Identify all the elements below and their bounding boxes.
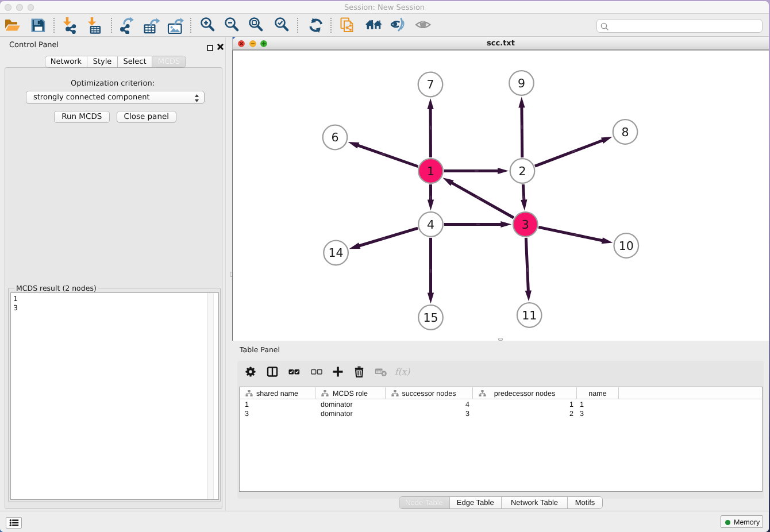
horizontal-split-grabber[interactable] (498, 338, 503, 341)
network-window-titlebar: scc.txt (232, 37, 769, 50)
table-settings-icon[interactable] (244, 365, 257, 378)
tab-label: Edge Table (457, 498, 494, 507)
table-cell: 3 (386, 409, 469, 419)
table-cell: 3 (580, 409, 619, 419)
mcds-result-text[interactable]: 1 3 (10, 292, 219, 500)
export-network-icon[interactable] (120, 17, 137, 34)
zoom-out-icon[interactable] (224, 17, 241, 34)
table-container: f(x) shared name MCDS role successor nod… (237, 361, 764, 499)
application-window: Session: New Session (0, 1, 769, 532)
svg-text:15: 15 (423, 311, 438, 325)
delete-column-icon[interactable] (353, 365, 365, 378)
task-history-button[interactable] (6, 517, 22, 529)
close-panel-button[interactable]: Close panel (117, 111, 176, 123)
control-panel-tabs: NetworkStyleSelectMCDS (45, 56, 186, 68)
new-network-from-selection-icon[interactable] (339, 17, 356, 34)
table-cell: 1 (245, 400, 315, 410)
hide-selected-icon[interactable] (390, 17, 407, 34)
tab-style[interactable]: Style (87, 56, 118, 67)
run-mcds-button[interactable]: Run MCDS (54, 111, 110, 123)
network-view-window: scc.txt 1234678910111415 (232, 37, 769, 341)
svg-text:1: 1 (427, 164, 434, 178)
deselect-all-icon[interactable] (310, 365, 323, 378)
result-scrollbar[interactable] (207, 293, 214, 499)
tab-network[interactable]: Network (45, 56, 87, 67)
tab-label: Network Table (511, 498, 558, 507)
table-row[interactable]: 1dominator411 (240, 400, 762, 410)
tab-label: Style (93, 57, 112, 66)
svg-text:f(x): f(x) (395, 367, 411, 377)
svg-text:10: 10 (619, 239, 634, 253)
export-image-icon[interactable] (167, 17, 184, 34)
column-header-label: shared name (240, 390, 315, 398)
control-panel-title: Control Panel (9, 41, 59, 49)
float-panel-icon[interactable] (207, 43, 213, 49)
table-panel: Table Panel f(x) shared name MCDS role (232, 343, 769, 511)
tab-label: MCDS (158, 57, 180, 66)
first-neighbors-icon[interactable] (365, 17, 383, 34)
open-session-icon[interactable] (4, 17, 21, 34)
search-input[interactable] (596, 19, 763, 33)
status-bar: Memory (0, 511, 769, 532)
memory-button[interactable]: Memory (721, 515, 763, 528)
refresh-icon[interactable] (307, 17, 325, 34)
tab-edge-table[interactable]: Edge Table (450, 497, 502, 508)
svg-text:7: 7 (426, 78, 434, 91)
tab-label: Motifs (575, 498, 595, 507)
close-panel-icon[interactable] (217, 42, 224, 49)
zoom-fit-icon[interactable] (248, 17, 265, 34)
delete-table-icon[interactable] (375, 365, 387, 378)
add-column-icon[interactable] (332, 365, 344, 378)
table-cell: 1 (580, 400, 619, 410)
import-table-icon[interactable] (87, 17, 104, 34)
split-view-icon[interactable] (266, 365, 279, 378)
svg-text:4: 4 (427, 218, 434, 232)
column-header-label: MCDS role (315, 390, 385, 398)
save-session-icon[interactable] (29, 17, 47, 34)
table-header-row: shared name MCDS role successor nodes pr… (240, 387, 762, 399)
tab-mcds[interactable]: MCDS (152, 56, 186, 67)
toolbar-separator (111, 18, 112, 33)
toolbar-separator (297, 18, 298, 33)
function-builder-icon[interactable]: f(x) (394, 365, 407, 378)
export-table-icon[interactable] (144, 17, 161, 34)
svg-text:14: 14 (329, 246, 344, 260)
titlebar: Session: New Session (0, 1, 769, 14)
network-canvas[interactable]: 1234678910111415 (232, 50, 769, 341)
table-row[interactable]: 3dominator323 (240, 409, 762, 419)
tab-label: Network (51, 57, 82, 66)
column-header-name[interactable]: name (577, 387, 619, 399)
table-cell: dominator (321, 409, 386, 419)
node-table[interactable]: shared name MCDS role successor nodes pr… (239, 387, 763, 492)
column-header-label: successor nodes (386, 390, 472, 398)
column-header-label: predecessor nodes (473, 390, 576, 398)
zoom-selected-icon[interactable] (274, 17, 291, 34)
window-title: Session: New Session (0, 3, 769, 12)
zoom-in-icon[interactable] (200, 17, 217, 34)
svg-text:8: 8 (621, 125, 629, 139)
memory-label: Memory (734, 518, 760, 526)
tab-select[interactable]: Select (118, 56, 152, 67)
svg-text:6: 6 (331, 130, 338, 144)
table-panel-tabs: Node TableEdge TableNetwork TableMotifs (399, 496, 603, 509)
column-header-successor-nodes[interactable]: successor nodes (386, 387, 473, 399)
vertical-split-divider[interactable] (225, 37, 232, 511)
tab-motifs[interactable]: Motifs (568, 497, 602, 508)
select-all-icon[interactable] (288, 365, 301, 378)
tab-label: Select (123, 57, 146, 66)
column-header-MCDS-role[interactable]: MCDS role (315, 387, 386, 399)
select-chevrons-icon (194, 94, 199, 105)
show-all-icon[interactable] (415, 17, 432, 34)
import-network-icon[interactable] (63, 17, 80, 34)
tab-network-table[interactable]: Network Table (502, 497, 568, 508)
column-header-shared-name[interactable]: shared name (240, 387, 315, 399)
control-panel: Control Panel NetworkStyleSelectMCDS Opt… (0, 37, 225, 511)
table-panel-title: Table Panel (240, 345, 280, 354)
svg-text:2: 2 (518, 164, 526, 178)
table-cell: 3 (245, 409, 315, 419)
criterion-select[interactable]: strongly connected component (26, 91, 205, 104)
tab-node-table[interactable]: Node Table (399, 497, 450, 508)
mcds-result-group: MCDS result (2 nodes) 1 3 (8, 288, 221, 502)
optimization-criterion-label: Optimization criterion: (0, 79, 225, 88)
column-header-predecessor-nodes[interactable]: predecessor nodes (473, 387, 577, 399)
